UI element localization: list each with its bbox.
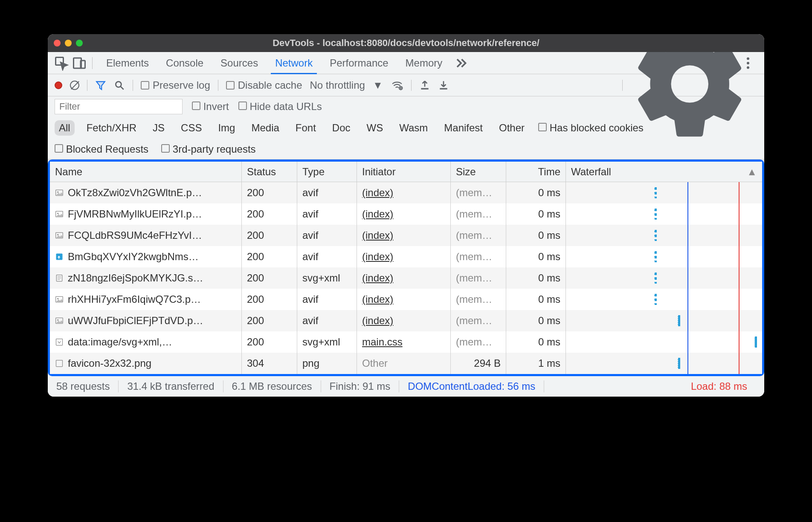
export-har-icon[interactable] <box>438 80 449 91</box>
throttling-label: No throttling <box>310 79 365 91</box>
type-filter-font[interactable]: Font <box>291 120 320 136</box>
request-name: data:image/svg+xml,… <box>68 336 172 348</box>
request-row[interactable]: zN18ngzI6ejSpoKMYKJG.s…200svg+xml(index)… <box>50 267 762 289</box>
hide-data-urls-checkbox[interactable]: Hide data URLs <box>238 101 322 113</box>
more-tabs-icon[interactable] <box>453 55 469 71</box>
request-time: 0 ms <box>506 267 566 289</box>
type-filter-js[interactable]: JS <box>148 120 169 136</box>
request-initiator[interactable]: (index) <box>362 272 393 284</box>
request-row[interactable]: BmGbqXVYxIY2kwgbNms…200avif(index)(mem…0… <box>50 246 762 267</box>
request-waterfall <box>566 246 762 267</box>
request-initiator[interactable]: main.css <box>362 336 403 348</box>
type-filter-all[interactable]: All <box>55 120 75 136</box>
request-type: avif <box>297 182 357 203</box>
preserve-log-checkbox[interactable]: Preserve log <box>141 79 210 91</box>
status-requests: 58 requests <box>56 380 119 392</box>
col-header-size[interactable]: Size <box>451 162 506 182</box>
invert-checkbox[interactable]: Invert <box>192 101 229 113</box>
waterfall-tick <box>654 209 657 220</box>
type-filter-img[interactable]: Img <box>214 120 239 136</box>
request-waterfall <box>566 182 762 203</box>
status-finish: Finish: 91 ms <box>321 380 400 392</box>
minimize-button[interactable] <box>65 40 72 46</box>
blocked-requests-checkbox[interactable]: Blocked Requests <box>55 143 148 155</box>
request-initiator[interactable]: (index) <box>362 293 393 305</box>
device-toolbar-icon[interactable] <box>72 55 87 71</box>
tab-console[interactable]: Console <box>157 52 212 74</box>
tab-memory[interactable]: Memory <box>397 52 451 74</box>
table-header: Name Status Type Initiator Size Time Wat… <box>50 162 762 182</box>
request-size: (mem… <box>451 331 506 353</box>
request-time: 0 ms <box>506 310 566 331</box>
request-initiator[interactable]: (index) <box>362 229 393 241</box>
waterfall-tick <box>754 336 757 348</box>
request-name: rhXHHi7yxFm6IqiwQ7C3.p… <box>68 293 201 305</box>
col-header-name[interactable]: Name <box>50 162 242 182</box>
request-size: (mem… <box>451 289 506 310</box>
request-initiator[interactable]: (index) <box>362 187 393 199</box>
devtools-window: DevTools - localhost:8080/docs/devtools/… <box>48 34 764 397</box>
request-row[interactable]: data:image/svg+xml,…200svg+xmlmain.css(m… <box>50 331 762 353</box>
request-type: avif <box>297 246 357 267</box>
import-har-icon[interactable] <box>419 80 430 91</box>
type-filter-css[interactable]: CSS <box>177 120 206 136</box>
svg-point-6 <box>116 81 121 87</box>
filter-toggle-icon[interactable] <box>95 80 106 91</box>
inspect-element-icon[interactable] <box>54 55 69 71</box>
maximize-button[interactable] <box>76 40 83 46</box>
request-row[interactable]: FjVMRBNwMyIlkUElRzYI.p…200avif(index)(me… <box>50 203 762 225</box>
svg-rect-25 <box>56 339 63 345</box>
col-header-status[interactable]: Status <box>242 162 297 182</box>
request-initiator[interactable]: (index) <box>362 208 393 220</box>
status-bar: 58 requests 31.4 kB transferred 6.1 MB r… <box>48 376 764 397</box>
col-header-initiator[interactable]: Initiator <box>357 162 451 182</box>
type-filter-ws[interactable]: WS <box>362 120 388 136</box>
tab-elements[interactable]: Elements <box>98 52 157 74</box>
request-row[interactable]: uWWJfuFbpiClEFjPTdVD.p…200avif(index)(me… <box>50 310 762 331</box>
titlebar: DevTools - localhost:8080/docs/devtools/… <box>48 34 764 52</box>
request-waterfall <box>566 331 762 353</box>
col-header-time[interactable]: Time <box>506 162 566 182</box>
type-filter-fetch-xhr[interactable]: Fetch/XHR <box>82 120 141 136</box>
waterfall-tick <box>654 294 657 305</box>
waterfall-tick <box>678 315 680 326</box>
search-icon[interactable] <box>114 80 125 91</box>
network-conditions-icon[interactable] <box>391 80 403 91</box>
close-button[interactable] <box>54 40 61 46</box>
data-file-icon <box>55 338 64 346</box>
record-button[interactable] <box>55 81 62 89</box>
request-row[interactable]: FCQLdbRS9UMc4eFHzYvI…200avif(index)(mem…… <box>50 225 762 246</box>
type-filter-wasm[interactable]: Wasm <box>395 120 432 136</box>
tab-performance[interactable]: Performance <box>321 52 397 74</box>
request-row[interactable]: OkTz8xZwi0zVh2GWltnE.p…200avif(index)(me… <box>50 182 762 203</box>
request-name: favicon-32x32.png <box>68 357 151 369</box>
type-filter-other[interactable]: Other <box>495 120 529 136</box>
img-file-icon <box>55 231 64 240</box>
request-row[interactable]: favicon-32x32.png304pngOther294 B1 ms <box>50 353 762 374</box>
disable-cache-checkbox[interactable]: Disable cache <box>226 79 302 91</box>
network-toolbar: Preserve log Disable cache No throttling… <box>48 74 764 96</box>
waterfall-tick <box>654 251 657 262</box>
throttling-select[interactable]: No throttling ▼ <box>310 79 383 91</box>
request-row[interactable]: rhXHHi7yxFm6IqiwQ7C3.p…200avif(index)(me… <box>50 289 762 310</box>
request-status: 200 <box>242 246 297 267</box>
svg-point-15 <box>57 234 58 235</box>
tab-network[interactable]: Network <box>267 52 321 74</box>
request-size: (mem… <box>451 203 506 225</box>
col-header-waterfall[interactable]: Waterfall ▲ <box>566 162 762 182</box>
type-filter-media[interactable]: Media <box>247 120 283 136</box>
col-header-type[interactable]: Type <box>297 162 357 182</box>
type-filter-doc[interactable]: Doc <box>328 120 355 136</box>
type-filter-manifest[interactable]: Manifest <box>440 120 487 136</box>
clear-button[interactable] <box>70 81 79 90</box>
invert-label: Invert <box>203 101 229 112</box>
request-size: 294 B <box>451 353 506 374</box>
has-blocked-cookies-checkbox[interactable]: Has blocked cookies <box>538 122 644 134</box>
filter-input[interactable]: Filter <box>55 99 183 114</box>
tab-sources[interactable]: Sources <box>212 52 267 74</box>
request-status: 200 <box>242 225 297 246</box>
third-party-checkbox[interactable]: 3rd-party requests <box>161 143 255 155</box>
request-initiator[interactable]: (index) <box>362 251 393 263</box>
waterfall-tick <box>654 230 657 241</box>
request-initiator[interactable]: (index) <box>362 315 393 327</box>
